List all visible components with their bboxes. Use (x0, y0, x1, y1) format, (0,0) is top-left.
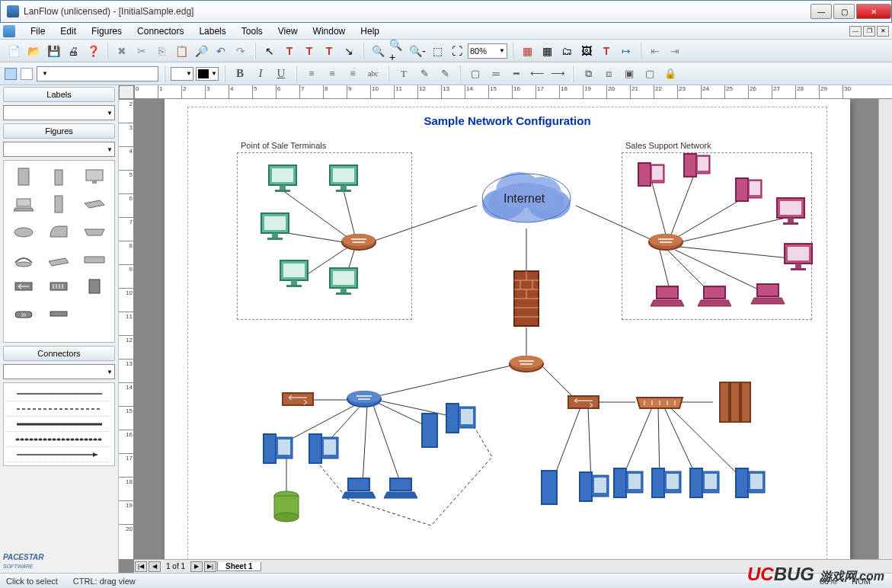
print-button[interactable]: 🖨 (64, 42, 82, 60)
copy-button[interactable]: ⎘ (152, 42, 171, 60)
mdi-minimize-button[interactable]: — (849, 26, 862, 37)
group1-label[interactable]: Point of Sale Terminals (241, 141, 326, 150)
zoom-in-button[interactable]: 🔍+ (388, 42, 407, 60)
maximize-button[interactable]: ▢ (833, 4, 855, 19)
close-button[interactable]: ✕ (856, 4, 891, 19)
minimize-button[interactable]: — (810, 4, 832, 19)
text-label-button[interactable]: abc (364, 66, 382, 82)
new-button[interactable]: 📄 (5, 42, 23, 60)
menu-edit[interactable]: Edit (53, 24, 84, 39)
shape-tower[interactable] (43, 165, 74, 188)
menu-tools[interactable]: Tools (234, 24, 270, 39)
shape-firewall-wall[interactable] (43, 220, 74, 243)
underline-button[interactable]: U (272, 66, 290, 82)
page[interactable]: Sample Network Configuration Point of Sa… (165, 99, 850, 559)
shape-gateway[interactable] (79, 275, 110, 298)
undo-button[interactable]: ↶ (212, 42, 230, 60)
shape-switch-box[interactable] (8, 275, 39, 298)
menu-labels[interactable]: Labels (191, 24, 233, 39)
shape-wireless[interactable] (8, 248, 39, 270)
labels-panel-header[interactable]: Labels (3, 87, 115, 102)
shape-server-rack[interactable] (8, 165, 39, 188)
figures-combo[interactable]: ▼ (3, 142, 115, 157)
connector-thick[interactable] (7, 417, 111, 432)
labels-combo[interactable]: ▼ (3, 105, 115, 120)
menu-help[interactable]: Help (353, 24, 387, 39)
sheet-last-button[interactable]: ▶| (204, 561, 216, 572)
mode-toggle-2[interactable] (21, 68, 33, 80)
line-style-button[interactable]: ═ (487, 66, 505, 82)
shape-pc-tower[interactable] (43, 193, 74, 216)
image-button[interactable]: 🖼 (577, 42, 596, 60)
zoom-fit-button[interactable]: ⛶ (448, 42, 466, 60)
app-menu-icon[interactable] (3, 25, 15, 37)
shape-hub[interactable] (79, 220, 110, 243)
sheet-next-button[interactable]: ▶ (190, 561, 203, 572)
menu-figures[interactable]: Figures (84, 24, 129, 39)
figures-panel-header[interactable]: Figures (3, 123, 115, 139)
zoom-area-button[interactable]: ⬚ (428, 42, 446, 60)
group2-box[interactable] (622, 152, 812, 320)
menu-window[interactable]: Window (305, 24, 353, 39)
save-button[interactable]: 💾 (44, 42, 62, 60)
align-left-button[interactable]: ≡ (302, 66, 321, 82)
group2-label[interactable]: Sales Support Network (625, 141, 711, 150)
sheet-prev-button[interactable]: ◀ (149, 561, 161, 572)
menu-connectors[interactable]: Connectors (129, 24, 191, 39)
ungroup-button[interactable]: ⧈ (599, 66, 618, 82)
shape-switch-flat[interactable] (79, 193, 110, 216)
connectors-panel-header[interactable]: Connectors (3, 346, 115, 361)
line-color-button[interactable]: ▼ (196, 67, 219, 81)
shape-rack-unit[interactable] (43, 302, 74, 325)
text-tool-3[interactable]: T (320, 42, 338, 60)
menu-file[interactable]: File (23, 24, 53, 39)
shape-bridge[interactable] (79, 248, 110, 270)
shape-modem[interactable] (43, 248, 74, 270)
bring-front-button[interactable]: ▣ (620, 66, 638, 82)
redo-button[interactable]: ↷ (232, 42, 250, 60)
lock-button[interactable]: 🔒 (661, 66, 679, 82)
connector-tool[interactable]: ↘ (340, 42, 358, 60)
zoom-out-button[interactable]: 🔍- (408, 42, 427, 60)
bold-button[interactable]: B (231, 66, 249, 82)
mode-toggle-1[interactable] (5, 68, 17, 80)
cut-button[interactable]: ✂ (133, 42, 151, 60)
canvas[interactable]: Sample Network Configuration Point of Sa… (134, 99, 878, 559)
select-tool[interactable]: ↖ (261, 42, 279, 60)
text-tool-2[interactable]: T (300, 42, 318, 60)
line-weight-button[interactable]: ━ (507, 66, 526, 82)
delete-button[interactable]: ✖ (113, 42, 131, 60)
mdi-restore-button[interactable]: ❐ (863, 26, 875, 37)
paste-button[interactable]: 📋 (172, 42, 190, 60)
group1-box[interactable] (237, 152, 412, 320)
shape-monitor[interactable] (79, 165, 110, 188)
diagram-title[interactable]: Sample Network Configuration (165, 114, 850, 127)
open-button[interactable]: 📂 (24, 42, 43, 60)
fill-color-button[interactable]: ▼ (171, 67, 193, 81)
text-style-button[interactable]: T (597, 42, 615, 60)
shape-laptop[interactable] (8, 193, 39, 216)
align-center-button[interactable]: ≡ (323, 66, 341, 82)
arrow-end-button[interactable]: ⟶ (548, 66, 567, 82)
shape-patch-panel[interactable] (43, 275, 74, 298)
mdi-close-button[interactable]: ✕ (877, 26, 889, 37)
connector-dashed[interactable] (7, 401, 111, 417)
font-family-combo[interactable]: ▼ (37, 66, 158, 81)
connector-solid[interactable] (7, 386, 111, 401)
italic-button[interactable]: I (251, 66, 270, 82)
shape-access-point[interactable]: ))) (8, 302, 39, 325)
align-button-1[interactable]: ⇤ (646, 42, 664, 60)
zoom-combo[interactable]: 80%▼ (468, 43, 507, 59)
text-tool-1[interactable]: T (280, 42, 299, 60)
vertical-scrollbar[interactable] (878, 99, 892, 559)
highlight-button[interactable]: ✎ (415, 66, 433, 82)
zoom-tool[interactable]: 🔍 (369, 42, 387, 60)
send-back-button[interactable]: ▢ (641, 66, 659, 82)
group-button[interactable]: ⧉ (579, 66, 597, 82)
shape-router[interactable] (8, 220, 39, 243)
sheet-first-button[interactable]: |◀ (135, 561, 147, 572)
pen-button[interactable]: ✎ (436, 66, 454, 82)
shadow-button[interactable]: ▢ (466, 66, 484, 82)
align-right-button[interactable]: ≡ (344, 66, 362, 82)
sheet-tab-1[interactable]: Sheet 1 (217, 562, 261, 571)
